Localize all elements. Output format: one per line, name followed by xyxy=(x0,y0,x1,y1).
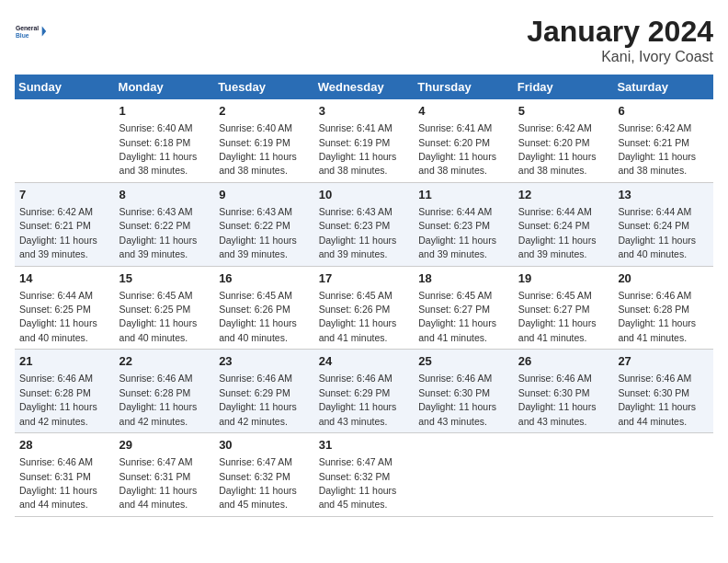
cell-info: Sunrise: 6:43 AMSunset: 6:23 PMDaylight:… xyxy=(319,206,397,259)
calendar-cell: 10Sunrise: 6:43 AMSunset: 6:23 PMDayligh… xyxy=(314,182,415,266)
calendar-cell: 8Sunrise: 6:43 AMSunset: 6:22 PMDaylight… xyxy=(115,182,215,266)
cell-info: Sunrise: 6:46 AMSunset: 6:29 PMDaylight:… xyxy=(319,373,397,426)
day-number: 26 xyxy=(518,353,609,370)
calendar-cell: 3Sunrise: 6:41 AMSunset: 6:19 PMDaylight… xyxy=(314,99,415,182)
cell-info: Sunrise: 6:46 AMSunset: 6:30 PMDaylight:… xyxy=(418,373,496,426)
calendar-cell: 26Sunrise: 6:46 AMSunset: 6:30 PMDayligh… xyxy=(514,350,614,433)
day-number: 14 xyxy=(19,270,110,287)
title-block: January 2024 Kani, Ivory Coast xyxy=(527,15,713,65)
calendar-cell: 4Sunrise: 6:41 AMSunset: 6:20 PMDaylight… xyxy=(414,99,514,182)
calendar-week-row: 1Sunrise: 6:40 AMSunset: 6:18 PMDaylight… xyxy=(15,99,713,182)
svg-text:Blue: Blue xyxy=(16,32,29,39)
calendar-cell: 1Sunrise: 6:40 AMSunset: 6:18 PMDaylight… xyxy=(115,99,215,182)
calendar-table: SundayMondayTuesdayWednesdayThursdayFrid… xyxy=(15,75,713,517)
calendar-cell: 7Sunrise: 6:42 AMSunset: 6:21 PMDaylight… xyxy=(15,182,115,266)
day-number: 11 xyxy=(418,187,509,203)
cell-info: Sunrise: 6:46 AMSunset: 6:29 PMDaylight:… xyxy=(219,373,297,426)
calendar-cell: 28Sunrise: 6:46 AMSunset: 6:31 PMDayligh… xyxy=(15,433,115,517)
weekday-header-row: SundayMondayTuesdayWednesdayThursdayFrid… xyxy=(15,75,713,99)
calendar-cell: 14Sunrise: 6:44 AMSunset: 6:25 PMDayligh… xyxy=(15,266,115,350)
cell-info: Sunrise: 6:45 AMSunset: 6:26 PMDaylight:… xyxy=(319,290,397,343)
svg-text:General: General xyxy=(16,25,39,31)
day-number: 22 xyxy=(119,353,210,370)
cell-info: Sunrise: 6:45 AMSunset: 6:25 PMDaylight:… xyxy=(119,290,198,343)
day-number: 29 xyxy=(119,437,210,454)
day-number: 1 xyxy=(119,103,210,120)
cell-info: Sunrise: 6:45 AMSunset: 6:27 PMDaylight:… xyxy=(518,290,597,343)
day-number: 8 xyxy=(119,187,210,203)
cell-info: Sunrise: 6:47 AMSunset: 6:32 PMDaylight:… xyxy=(319,456,397,510)
calendar-cell: 27Sunrise: 6:46 AMSunset: 6:30 PMDayligh… xyxy=(613,350,713,433)
cell-info: Sunrise: 6:42 AMSunset: 6:21 PMDaylight:… xyxy=(618,122,696,176)
calendar-cell: 31Sunrise: 6:47 AMSunset: 6:32 PMDayligh… xyxy=(314,433,415,517)
calendar-cell: 6Sunrise: 6:42 AMSunset: 6:21 PMDaylight… xyxy=(613,99,713,182)
day-number: 10 xyxy=(319,187,410,203)
day-number: 24 xyxy=(319,353,410,370)
cell-info: Sunrise: 6:40 AMSunset: 6:18 PMDaylight:… xyxy=(119,122,198,176)
calendar-cell: 18Sunrise: 6:45 AMSunset: 6:27 PMDayligh… xyxy=(414,266,514,350)
cell-info: Sunrise: 6:46 AMSunset: 6:28 PMDaylight:… xyxy=(618,290,696,343)
weekday-header: Monday xyxy=(115,75,215,99)
logo-icon: GeneralBlue xyxy=(15,15,48,48)
cell-info: Sunrise: 6:41 AMSunset: 6:19 PMDaylight:… xyxy=(319,122,397,176)
svg-marker-2 xyxy=(42,27,47,37)
day-number: 20 xyxy=(618,270,709,287)
page-title: January 2024 xyxy=(527,15,713,49)
calendar-cell: 30Sunrise: 6:47 AMSunset: 6:32 PMDayligh… xyxy=(214,433,314,517)
day-number: 27 xyxy=(618,353,709,370)
cell-info: Sunrise: 6:41 AMSunset: 6:20 PMDaylight:… xyxy=(418,122,496,176)
cell-info: Sunrise: 6:46 AMSunset: 6:30 PMDaylight:… xyxy=(618,373,696,426)
day-number: 4 xyxy=(418,103,509,120)
calendar-cell: 25Sunrise: 6:46 AMSunset: 6:30 PMDayligh… xyxy=(414,350,514,433)
day-number: 31 xyxy=(319,437,410,454)
calendar-week-row: 28Sunrise: 6:46 AMSunset: 6:31 PMDayligh… xyxy=(15,433,713,517)
calendar-cell: 21Sunrise: 6:46 AMSunset: 6:28 PMDayligh… xyxy=(15,350,115,433)
weekday-header: Saturday xyxy=(613,75,713,99)
day-number: 19 xyxy=(518,270,609,287)
calendar-cell xyxy=(514,433,614,517)
calendar-cell: 9Sunrise: 6:43 AMSunset: 6:22 PMDaylight… xyxy=(214,182,314,266)
weekday-header: Friday xyxy=(514,75,614,99)
day-number: 30 xyxy=(219,437,310,454)
cell-info: Sunrise: 6:44 AMSunset: 6:23 PMDaylight:… xyxy=(418,206,496,259)
calendar-cell: 17Sunrise: 6:45 AMSunset: 6:26 PMDayligh… xyxy=(314,266,415,350)
calendar-week-row: 21Sunrise: 6:46 AMSunset: 6:28 PMDayligh… xyxy=(15,350,713,433)
weekday-header: Thursday xyxy=(414,75,514,99)
day-number: 6 xyxy=(618,103,709,120)
day-number: 17 xyxy=(319,270,410,287)
calendar-cell: 20Sunrise: 6:46 AMSunset: 6:28 PMDayligh… xyxy=(613,266,713,350)
day-number: 18 xyxy=(418,270,509,287)
cell-info: Sunrise: 6:43 AMSunset: 6:22 PMDaylight:… xyxy=(119,206,198,259)
calendar-cell: 15Sunrise: 6:45 AMSunset: 6:25 PMDayligh… xyxy=(115,266,215,350)
cell-info: Sunrise: 6:47 AMSunset: 6:31 PMDaylight:… xyxy=(119,456,198,510)
day-number: 15 xyxy=(119,270,210,287)
day-number: 21 xyxy=(19,353,110,370)
cell-info: Sunrise: 6:40 AMSunset: 6:19 PMDaylight:… xyxy=(219,122,297,176)
page-header: GeneralBlue January 2024 Kani, Ivory Coa… xyxy=(15,15,713,65)
calendar-cell: 2Sunrise: 6:40 AMSunset: 6:19 PMDaylight… xyxy=(214,99,314,182)
weekday-header: Tuesday xyxy=(214,75,314,99)
calendar-cell xyxy=(15,99,115,182)
weekday-header: Wednesday xyxy=(314,75,415,99)
cell-info: Sunrise: 6:47 AMSunset: 6:32 PMDaylight:… xyxy=(219,456,297,510)
weekday-header: Sunday xyxy=(15,75,115,99)
cell-info: Sunrise: 6:46 AMSunset: 6:31 PMDaylight:… xyxy=(19,456,97,510)
cell-info: Sunrise: 6:42 AMSunset: 6:21 PMDaylight:… xyxy=(19,206,97,259)
calendar-cell: 11Sunrise: 6:44 AMSunset: 6:23 PMDayligh… xyxy=(414,182,514,266)
day-number: 13 xyxy=(618,187,709,203)
day-number: 3 xyxy=(319,103,410,120)
day-number: 5 xyxy=(518,103,609,120)
calendar-cell: 29Sunrise: 6:47 AMSunset: 6:31 PMDayligh… xyxy=(115,433,215,517)
cell-info: Sunrise: 6:46 AMSunset: 6:30 PMDaylight:… xyxy=(518,373,597,426)
cell-info: Sunrise: 6:44 AMSunset: 6:24 PMDaylight:… xyxy=(618,206,696,259)
calendar-cell xyxy=(613,433,713,517)
calendar-cell: 12Sunrise: 6:44 AMSunset: 6:24 PMDayligh… xyxy=(514,182,614,266)
cell-info: Sunrise: 6:46 AMSunset: 6:28 PMDaylight:… xyxy=(19,373,97,426)
page-subtitle: Kani, Ivory Coast xyxy=(527,49,713,65)
logo: GeneralBlue xyxy=(15,15,48,48)
day-number: 12 xyxy=(518,187,609,203)
day-number: 2 xyxy=(219,103,310,120)
calendar-cell: 23Sunrise: 6:46 AMSunset: 6:29 PMDayligh… xyxy=(214,350,314,433)
day-number: 9 xyxy=(219,187,310,203)
cell-info: Sunrise: 6:44 AMSunset: 6:25 PMDaylight:… xyxy=(19,290,97,343)
